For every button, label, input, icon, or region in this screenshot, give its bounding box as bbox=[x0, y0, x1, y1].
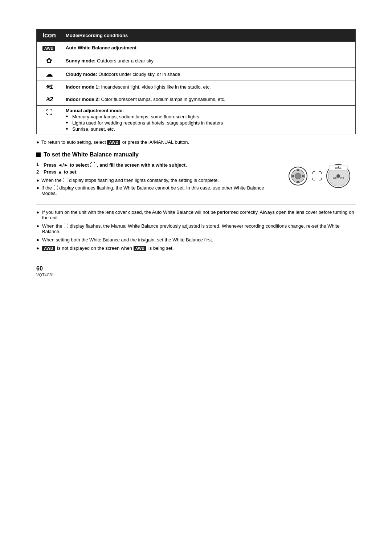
camera-diagram: ⛶ DIAL Wb Wb bbox=[288, 162, 351, 191]
page-number: 60 bbox=[36, 265, 356, 272]
indoor1-icon: ✳1 bbox=[45, 84, 53, 90]
section-heading: To set the White Balance manually bbox=[36, 151, 356, 158]
svg-rect-14 bbox=[338, 166, 339, 168]
model-code: VQT4C31 bbox=[36, 273, 356, 277]
table-row: ✳1 Indoor mode 1: Incandescent light, vi… bbox=[37, 81, 356, 93]
cloudy-mode-cell: Cloudy mode: Outdoors under cloudy sky, … bbox=[62, 68, 356, 81]
step-bullet-2: If the ⛶ display continues flashing, the… bbox=[36, 185, 276, 196]
awb-mode-text: Auto White Balance adjustment bbox=[66, 45, 136, 50]
table-header-icon: Icon bbox=[37, 29, 62, 42]
table-row: ⛶ Manual adjustment mode: Mercury-vapor … bbox=[37, 106, 356, 134]
section-title: To set the White Balance manually bbox=[44, 151, 139, 158]
cloudy-bold: Cloudy mode: bbox=[66, 72, 97, 77]
cloud-icon: ☁ bbox=[46, 70, 53, 78]
awb-badge-note4b: AWB bbox=[134, 246, 147, 251]
manual-wb-diagram-icon: ⛶ bbox=[312, 170, 322, 182]
bottom-note-3: When setting both the White Balance and … bbox=[36, 237, 356, 243]
indoor1-icon-cell: ✳1 bbox=[37, 81, 62, 93]
bottom-notes: If you turn on the unit with the lens co… bbox=[36, 209, 356, 251]
auto-return-note: To return to auto setting, select AWB or… bbox=[36, 139, 356, 145]
step-1-number: 1 bbox=[36, 162, 39, 167]
manual-sub-bullet-1: Mercury-vapor lamps, sodium lamps, some … bbox=[66, 114, 352, 119]
bottom-note-4: AWB is not displayed on the screen when … bbox=[36, 245, 356, 251]
step-1-icon: ⛶ bbox=[90, 162, 95, 168]
sunny-rest: Outdoors under a clear sky bbox=[95, 58, 154, 64]
indoor1-rest: Incandescent light, video lights like in… bbox=[100, 84, 211, 90]
svg-text:Wb: Wb bbox=[340, 176, 344, 179]
manual-sub-bullet-3: Sunrise, sunset, etc. bbox=[66, 126, 352, 132]
manual-mode-cell: Manual adjustment mode: Mercury-vapor la… bbox=[62, 106, 356, 134]
indoor2-mode-cell: Indoor mode 2: Color fluorescent lamps, … bbox=[62, 93, 356, 106]
step-2: 2 Press ▲ to set. bbox=[36, 169, 276, 175]
sun-icon: ✿ bbox=[46, 57, 52, 65]
note4-end: is being set. bbox=[148, 245, 173, 251]
manual-sub-bullet-2: Lights used for wedding receptions at ho… bbox=[66, 120, 352, 126]
step-1-bold2: , and fill the screen with a white subje… bbox=[97, 162, 187, 168]
bottom-note-2: When the ⛶ display flashes, the Manual W… bbox=[36, 223, 356, 234]
cloudy-rest: Outdoors under cloudy sky, or in shade bbox=[97, 72, 180, 77]
indoor2-icon: ✳2 bbox=[45, 96, 53, 102]
indoor2-bold: Indoor mode 2: bbox=[66, 97, 100, 102]
table-row: ☁ Cloudy mode: Outdoors under cloudy sky… bbox=[37, 68, 356, 81]
awb-badge: AWB bbox=[42, 46, 56, 51]
auto-return-awb-badge: AWB bbox=[107, 140, 120, 145]
sunny-bold: Sunny mode: bbox=[66, 58, 95, 64]
section-black-square bbox=[36, 152, 41, 157]
step-1-text: Press ◄/► to select ⛶ , and fill the scr… bbox=[44, 162, 187, 168]
step-1: 1 Press ◄/► to select ⛶ , and fill the s… bbox=[36, 162, 276, 168]
camera-dial-diagram: DIAL Wb Wb bbox=[326, 163, 351, 189]
bottom-note-1: If you turn on the unit with the lens co… bbox=[36, 209, 356, 220]
awb-icon-cell: AWB bbox=[37, 42, 62, 54]
step-2-number: 2 bbox=[36, 169, 39, 175]
manual-bold: Manual adjustment mode: bbox=[66, 108, 124, 113]
sunny-mode-cell: Sunny mode: Outdoors under a clear sky bbox=[62, 54, 356, 68]
manual-wb-icon: ⛶ bbox=[46, 109, 53, 116]
table-header-mode: Mode/Recording conditions bbox=[62, 29, 356, 42]
note4-middle: is not displayed on the screen when bbox=[57, 245, 133, 251]
auto-return-text2: or press the iA/MANUAL button. bbox=[122, 139, 189, 145]
step-2-text: Press ▲ to set. bbox=[44, 169, 78, 175]
sunny-icon-cell: ✿ bbox=[37, 54, 62, 68]
indoor1-mode-cell: Indoor mode 1: Incandescent light, video… bbox=[62, 81, 356, 93]
svg-text:Wb: Wb bbox=[333, 176, 337, 179]
joystick-diagram bbox=[288, 162, 308, 191]
step-text-column: 1 Press ◄/► to select ⛶ , and fill the s… bbox=[36, 162, 276, 200]
white-balance-table: Icon Mode/Recording conditions AWB Auto … bbox=[36, 29, 356, 134]
table-row: ✿ Sunny mode: Outdoors under a clear sky bbox=[37, 54, 356, 68]
indoor2-rest: Color fluorescent lamps, sodium lamps in… bbox=[100, 97, 225, 102]
step-2-bold: Press ▲ to set. bbox=[44, 169, 78, 175]
awb-mode-cell: Auto White Balance adjustment bbox=[62, 42, 356, 54]
step-bullet-1: When the ⛶ display stops flashing and th… bbox=[36, 178, 276, 183]
indoor1-bold: Indoor mode 1: bbox=[66, 84, 100, 90]
manual-icon-cell: ⛶ bbox=[37, 106, 62, 134]
cloudy-icon-cell: ☁ bbox=[37, 68, 62, 81]
section-divider bbox=[36, 204, 356, 204]
auto-return-text1: To return to auto setting, select bbox=[41, 139, 106, 145]
table-row: AWB Auto White Balance adjustment bbox=[37, 42, 356, 54]
awb-badge-note4a: AWB bbox=[42, 246, 55, 251]
step-1-bold: Press ◄/► to select bbox=[44, 162, 90, 168]
steps-area: 1 Press ◄/► to select ⛶ , and fill the s… bbox=[36, 162, 356, 200]
table-row: ✳2 Indoor mode 2: Color fluorescent lamp… bbox=[37, 93, 356, 106]
svg-point-6 bbox=[295, 173, 301, 179]
indoor2-icon-cell: ✳2 bbox=[37, 93, 62, 106]
step-image-column: ⛶ DIAL Wb Wb bbox=[283, 162, 356, 191]
svg-point-13 bbox=[336, 174, 340, 178]
